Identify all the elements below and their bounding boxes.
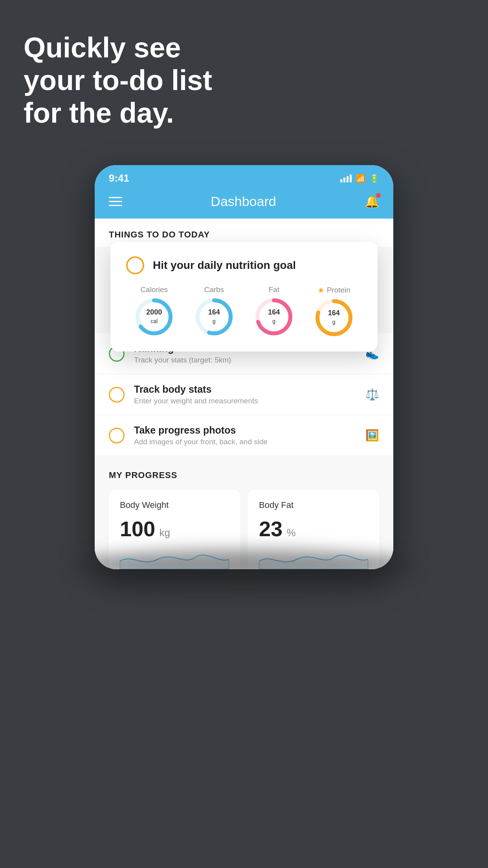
nutrition-item: ★Protein 164g — [314, 285, 354, 337]
donut-value: 2000cal — [146, 308, 162, 325]
todo-subtitle: Enter your weight and measurements — [134, 397, 356, 405]
todo-circle — [109, 387, 125, 403]
hero-text: Quickly see your to-do list for the day. — [24, 31, 212, 129]
donut-value: 164g — [268, 308, 280, 325]
todo-title: Track body stats — [134, 384, 356, 395]
phone-frame: 9:41 📶 🔋 Dashboard 🔔 — [95, 165, 393, 569]
content-area: THINGS TO DO TODAY Hit your daily nutrit… — [95, 219, 393, 569]
progress-card-title: Body Weight — [120, 500, 229, 510]
donut-value: 164g — [208, 308, 220, 325]
bell-icon[interactable]: 🔔 — [365, 195, 379, 208]
nutrition-label: Fat — [269, 285, 279, 294]
todo-title: Take progress photos — [134, 425, 356, 436]
donut-chart: 2000cal — [134, 297, 174, 337]
time: 9:41 — [109, 172, 129, 184]
donut-value: 164g — [328, 309, 340, 326]
battery-icon: 🔋 — [369, 174, 379, 183]
todo-item[interactable]: Take progress photos Add images of your … — [95, 415, 393, 456]
todo-text: Track body stats Enter your weight and m… — [134, 384, 356, 405]
nutrition-label: Carbs — [204, 285, 224, 294]
donut-chart: 164g — [194, 297, 234, 337]
todo-text: Take progress photos Add images of your … — [134, 425, 356, 446]
hamburger-icon[interactable] — [109, 197, 122, 206]
nutrition-item: Calories 2000cal — [134, 285, 174, 337]
nutrition-item: Carbs 164g — [194, 285, 234, 337]
header-title: Dashboard — [211, 194, 276, 209]
nutrition-item: Fat 164g — [254, 285, 294, 337]
nutrition-label: ★Protein — [317, 285, 350, 295]
donut-chart: 164g — [314, 298, 354, 337]
progress-card-value: 23 % — [259, 518, 368, 539]
progress-title: MY PROGRESS — [109, 470, 379, 480]
todo-subtitle: Track your stats (target: 5km) — [134, 356, 356, 364]
popup-header: Hit your daily nutrition goal — [126, 256, 362, 274]
hero-line2: your to-do list — [24, 64, 212, 97]
progress-card-title: Body Fat — [259, 500, 368, 510]
todo-circle — [109, 428, 125, 443]
star-icon: ★ — [317, 285, 325, 295]
portrait-icon: 🖼️ — [365, 429, 379, 442]
todo-item[interactable]: Track body stats Enter your weight and m… — [95, 374, 393, 415]
goal-check-circle[interactable] — [126, 256, 144, 274]
phone-wrapper: 9:41 📶 🔋 Dashboard 🔔 — [95, 165, 393, 569]
signal-icon — [340, 175, 352, 182]
nutrition-label: Calories — [140, 285, 168, 294]
wifi-icon: 📶 — [356, 174, 365, 183]
todo-subtitle: Add images of your front, back, and side — [134, 438, 356, 446]
progress-card-value: 100 kg — [120, 518, 229, 539]
app-header: Dashboard 🔔 — [95, 188, 393, 219]
popup-title: Hit your daily nutrition goal — [153, 259, 296, 272]
status-icons: 📶 🔋 — [340, 174, 379, 183]
donut-chart: 164g — [254, 297, 294, 337]
hero-line3: for the day. — [24, 97, 212, 129]
todo-list: Running Track your stats (target: 5km) 👟… — [95, 333, 393, 456]
nutrition-row: Calories 2000cal Carbs 164g Fat — [126, 285, 362, 337]
hero-line1: Quickly see — [24, 31, 212, 64]
notification-dot — [376, 193, 381, 198]
status-bar: 9:41 📶 🔋 — [95, 165, 393, 188]
popup-card: Hit your daily nutrition goal Calories 2… — [110, 242, 378, 351]
scale-icon: ⚖️ — [365, 388, 379, 401]
